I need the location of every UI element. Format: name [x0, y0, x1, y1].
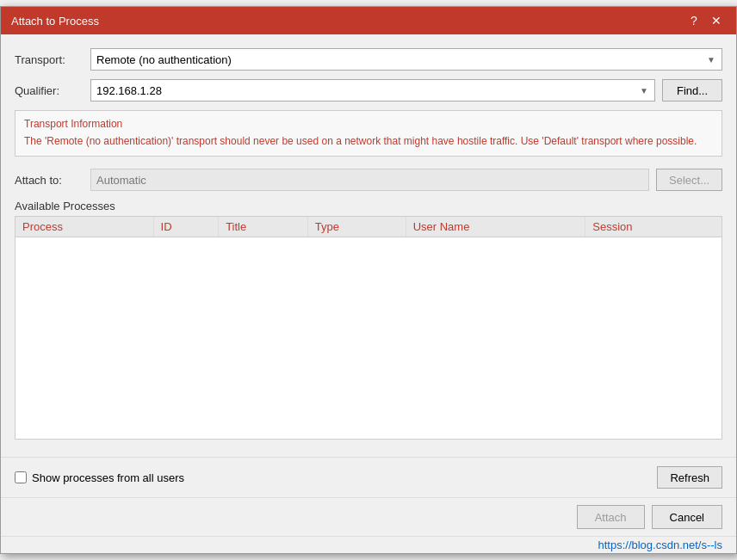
available-processes-section: Available Processes Process ID Title Typ…: [15, 200, 722, 440]
attach-to-label: Attach to:: [15, 174, 84, 187]
transport-info-box: Transport Information The 'Remote (no au…: [15, 110, 722, 157]
available-processes-label: Available Processes: [15, 200, 722, 212]
col-type: Type: [307, 217, 406, 237]
transport-info-text: The 'Remote (no authentication)' transpo…: [24, 133, 713, 149]
attach-to-row: Attach to: Select...: [15, 169, 722, 191]
status-bar: https://blog.csdn.net/s--ls: [1, 536, 736, 553]
title-bar-controls: ? ✕: [684, 11, 726, 30]
help-button[interactable]: ?: [684, 11, 703, 30]
qualifier-input[interactable]: [90, 79, 655, 102]
transport-label: Transport:: [15, 53, 84, 66]
show-all-processes-label[interactable]: Show processes from all users: [32, 471, 184, 484]
process-table: Process ID Title Type User Name Session: [15, 217, 722, 237]
title-bar: Attach to Process ? ✕: [1, 7, 736, 34]
find-button[interactable]: Find...: [662, 79, 722, 102]
dialog-title: Attach to Process: [11, 15, 99, 28]
qualifier-wrapper: [90, 79, 655, 102]
col-title: Title: [219, 217, 308, 237]
qualifier-label: Qualifier:: [15, 84, 84, 97]
col-process: Process: [15, 217, 153, 237]
transport-row: Transport: Remote (no authentication) De…: [15, 48, 722, 71]
attach-to-process-dialog: Attach to Process ? ✕ Transport: Remote …: [0, 6, 737, 554]
transport-info-title: Transport Information: [24, 118, 713, 130]
attach-button[interactable]: Attach: [577, 505, 645, 529]
transport-select[interactable]: Remote (no authentication) Default: [90, 48, 722, 71]
col-session: Session: [585, 217, 722, 237]
close-button[interactable]: ✕: [707, 11, 726, 30]
attach-to-input: [90, 169, 649, 191]
transport-select-wrapper: Remote (no authentication) Default: [90, 48, 722, 71]
show-processes-row: Show processes from all users: [15, 471, 184, 484]
show-all-processes-checkbox[interactable]: [15, 471, 27, 483]
qualifier-row: Qualifier: Find...: [15, 79, 722, 102]
process-table-header: Process ID Title Type User Name Session: [15, 217, 722, 237]
process-table-container[interactable]: Process ID Title Type User Name Session: [15, 216, 722, 440]
footer-buttons: Attach Cancel: [1, 497, 736, 536]
dialog-body: Transport: Remote (no authentication) De…: [1, 34, 736, 453]
cancel-button[interactable]: Cancel: [652, 505, 722, 529]
status-url: https://blog.csdn.net/s--ls: [598, 538, 722, 551]
refresh-button[interactable]: Refresh: [657, 466, 722, 489]
bottom-bar: Show processes from all users Refresh: [1, 457, 736, 497]
col-username: User Name: [406, 217, 585, 237]
col-id: ID: [153, 217, 219, 237]
process-table-header-row: Process ID Title Type User Name Session: [15, 217, 722, 237]
select-button[interactable]: Select...: [656, 169, 722, 191]
